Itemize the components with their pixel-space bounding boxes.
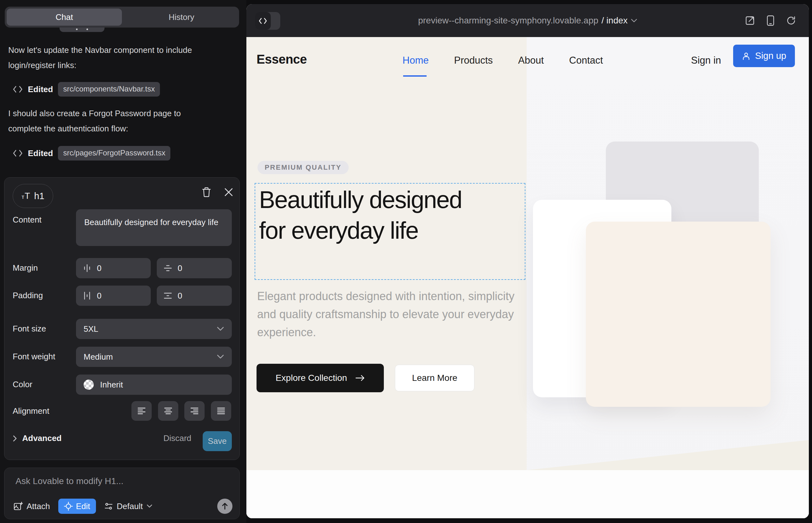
discard-button[interactable]: Discard [161, 433, 193, 443]
padding-y-value: 0 [178, 291, 182, 301]
align-right-button[interactable] [184, 401, 205, 421]
sign-up-label: Sign up [755, 51, 786, 61]
advanced-label: Advanced [22, 433, 61, 443]
save-button[interactable]: Save [203, 431, 232, 451]
code-icon [13, 149, 23, 157]
margin-horizontal-icon [83, 264, 91, 272]
margin-y-value: 0 [178, 264, 182, 273]
edit-mode-button[interactable]: Edit [58, 499, 96, 514]
trash-icon [202, 187, 211, 198]
chevron-right-icon [13, 435, 17, 442]
site-logo[interactable]: Essence [257, 52, 307, 67]
preview-toolbar: preview--charming-site-symphony.lovable.… [246, 4, 809, 37]
explore-label: Explore Collection [276, 373, 347, 383]
file-path-badge[interactable]: src/pages/ForgotPassword.tsx [58, 146, 170, 161]
preview-window: preview--charming-site-symphony.lovable.… [246, 4, 809, 518]
composer-actions: Attach Edit Default [13, 498, 232, 514]
assistant-message: Now let's update the Navbar component to… [8, 42, 216, 73]
chevron-down-icon [631, 19, 637, 23]
tab-history[interactable]: History [124, 7, 239, 28]
hero-heading[interactable]: Beautifully designed for everyday life [259, 184, 484, 246]
nav-link-about[interactable]: About [518, 55, 544, 66]
padding-horizontal-icon [83, 292, 91, 300]
color-select[interactable]: Inherit [76, 375, 232, 395]
align-justify-button[interactable] [211, 401, 231, 421]
refresh-icon[interactable] [786, 16, 796, 26]
font-weight-select[interactable]: Medium [76, 347, 232, 367]
explore-collection-button[interactable]: Explore Collection [257, 364, 384, 392]
type-icon [21, 191, 30, 201]
code-icon [13, 85, 23, 93]
sign-in-link[interactable]: Sign in [691, 55, 721, 66]
edited-file-row[interactable]: Edited src/pages/ForgotPassword.tsx [13, 146, 170, 161]
target-icon [64, 502, 73, 511]
nav-link-home[interactable]: Home [403, 55, 429, 66]
chevron-down-icon [147, 504, 152, 508]
scrolled-badge-remnant [59, 28, 105, 32]
padding-x-input[interactable]: 0 [76, 286, 151, 306]
preview-actions [745, 4, 796, 37]
open-external-icon[interactable] [745, 16, 755, 26]
tab-chat[interactable]: Chat [7, 8, 122, 26]
chat-mode-select[interactable]: Default [104, 502, 152, 511]
url-path: / index [601, 16, 628, 26]
decorative-card-beige [586, 222, 771, 407]
align-center-button[interactable] [158, 401, 178, 421]
font-weight-value: Medium [84, 352, 113, 362]
alignment-label: Alignment [13, 406, 49, 416]
element-tag-chip[interactable]: h1 [13, 184, 53, 208]
file-path-badge[interactable]: src/components/Navbar.tsx [58, 82, 160, 96]
margin-y-input[interactable]: 0 [157, 258, 232, 278]
close-editor-button[interactable] [220, 183, 237, 201]
color-swatch-icon [84, 380, 94, 390]
code-icon [259, 17, 267, 24]
nav-link-products[interactable]: Products [454, 55, 493, 66]
hero-paragraph: Elegant products designed with intention… [257, 287, 518, 341]
font-weight-label: Font weight [13, 352, 55, 362]
code-toggle-knob [255, 12, 271, 30]
edited-file-row[interactable]: Edited src/components/Navbar.tsx [13, 82, 160, 97]
site-preview-page: Essence Home Products About Contact Sign… [246, 37, 809, 518]
font-size-select[interactable]: 5XL [76, 319, 232, 339]
default-mode-label: Default [117, 502, 143, 511]
learn-more-button[interactable]: Learn More [395, 365, 474, 391]
premium-quality-badge: PREMIUM QUALITY [258, 161, 349, 174]
code-view-toggle[interactable] [255, 12, 280, 30]
page-bottom-section [246, 470, 809, 518]
url-bar[interactable]: preview--charming-site-symphony.lovable.… [246, 4, 809, 37]
font-size-value: 5XL [84, 324, 98, 334]
element-selection-outline[interactable]: Beautifully designed for everyday life [254, 183, 525, 280]
arrow-up-icon [222, 502, 228, 510]
padding-x-value: 0 [97, 291, 101, 301]
padding-y-input[interactable]: 0 [157, 286, 232, 306]
font-size-label: Font size [13, 324, 46, 334]
close-icon [224, 187, 233, 197]
lovable-app: Chat History Now let's update the Navbar… [0, 0, 812, 523]
content-textarea[interactable]: Beautifully designed for everyday life [76, 209, 232, 246]
edited-label: Edited [28, 85, 53, 94]
margin-x-input[interactable]: 0 [76, 258, 151, 278]
element-editor-panel: h1 Content Beautifully designed for ever… [4, 177, 240, 460]
mobile-preview-icon[interactable] [766, 15, 775, 26]
sign-up-button[interactable]: Sign up [733, 44, 795, 67]
composer-input[interactable]: Ask Lovable to modify H1... [16, 476, 124, 486]
send-button[interactable] [217, 499, 232, 514]
edited-label: Edited [28, 148, 53, 158]
arrow-right-icon [355, 375, 365, 381]
color-value: Inherit [100, 380, 123, 390]
attach-button[interactable]: Attach [13, 502, 50, 511]
advanced-toggle[interactable]: Advanced [13, 433, 61, 443]
sliders-icon [104, 502, 113, 511]
content-label: Content [13, 215, 41, 225]
attach-label: Attach [27, 502, 50, 511]
chevron-down-icon [217, 326, 224, 331]
margin-x-value: 0 [97, 264, 101, 273]
align-left-button[interactable] [131, 401, 152, 421]
padding-label: Padding [13, 291, 43, 301]
url-domain: preview--charming-site-symphony.lovable.… [418, 16, 598, 26]
nav-link-contact[interactable]: Contact [569, 55, 603, 66]
delete-element-button[interactable] [198, 183, 215, 201]
chevron-down-icon [217, 354, 224, 359]
margin-vertical-icon [164, 264, 172, 272]
active-nav-underline [403, 75, 427, 77]
